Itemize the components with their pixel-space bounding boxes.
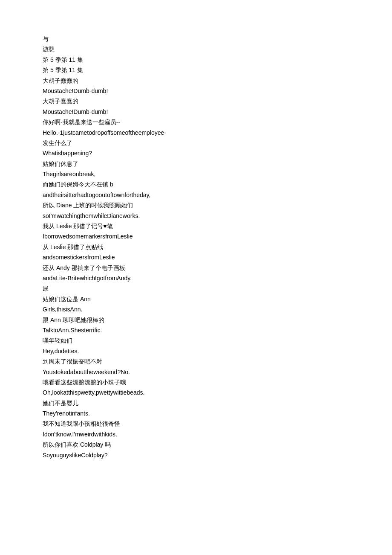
subtitle-line-33: 哦看看这些漂酿漂酿的小珠子哦 [43, 378, 349, 387]
subtitle-line-4: 大胡子蠢蠢的 [43, 76, 349, 85]
subtitle-line-0: 与 [43, 34, 349, 44]
subtitle-line-25: 姑娘们这位是 Ann [43, 294, 349, 304]
subtitle-line-18: 我从 Leslie 那借了记号♥笔 [43, 221, 349, 231]
subtitle-content: 与游憩第 5 季第 11 集第 5 季第 11 集大胡子蠢蠢的Moustache… [43, 34, 349, 460]
subtitle-line-31: 到周末了很振奋吧不对 [43, 357, 349, 366]
subtitle-line-10: 发生什么了 [43, 138, 349, 148]
subtitle-line-22: 还从 Andy 那搞来了个电子画板 [43, 263, 349, 273]
subtitle-line-16: 所以 Diane 上班的时候我照顾她们 [43, 200, 349, 210]
subtitle-line-24: 尿 [43, 284, 349, 293]
subtitle-line-9: Hello.-1justcametodropoffsomeoftheemploy… [43, 128, 349, 137]
subtitle-line-2: 第 5 季第 11 集 [43, 55, 349, 64]
subtitle-line-26: Girls,thisisAnn. [43, 305, 349, 314]
subtitle-line-1: 游憩 [43, 44, 349, 54]
subtitle-line-29: 嘿年轻如们 [43, 336, 349, 345]
subtitle-line-20: 从 Leslie 那借了点贴纸 [43, 242, 349, 252]
subtitle-line-12: 姑娘们休息了 [43, 159, 349, 169]
subtitle-line-5: Moustache!Dumb-dumb! [43, 86, 349, 96]
subtitle-line-34: Oh,lookatthispwetty,pwettywittiebeads. [43, 388, 349, 397]
subtitle-line-30: Hey,dudettes. [43, 346, 349, 356]
subtitle-line-19: IborrowedsomemarkersfromLeslie [43, 232, 349, 241]
subtitle-line-7: Moustache!Dumb-dumb! [43, 107, 349, 116]
subtitle-line-14: 而她们的保姆今天不在镇 b [43, 180, 349, 189]
subtitle-line-23: andaLite-BritewhichIgotfromAndy. [43, 273, 349, 283]
subtitle-line-37: 我不知道我跟小孩相处很奇怪 [43, 419, 349, 428]
subtitle-line-13: Thegirlsareonbreak, [43, 169, 349, 179]
subtitle-line-40: SoyouguyslikeColdplay? [43, 450, 349, 460]
subtitle-line-6: 大胡子蠢蠢的 [43, 96, 349, 106]
subtitle-line-28: TalktoAnn.Shesterrific. [43, 325, 349, 335]
subtitle-line-35: 她们不是婴儿 [43, 398, 349, 408]
subtitle-line-3: 第 5 季第 11 集 [43, 65, 349, 75]
subtitle-line-32: Youstokedabouttheweekend?No. [43, 367, 349, 377]
subtitle-line-11: Whatishappening? [43, 148, 349, 158]
subtitle-line-36: They'renotinfants. [43, 409, 349, 418]
subtitle-line-17: soI'mwatchingthemwhileDianeworks. [43, 211, 349, 221]
subtitle-line-8: 你好啊-我就是来送一些雇员-- [43, 117, 349, 127]
subtitle-line-39: 所以你们喜欢 Coldplay 吗 [43, 440, 349, 449]
subtitle-line-21: andsomestickersfromLeslie [43, 253, 349, 262]
subtitle-line-27: 跟 Ann 聊聊吧她很棒的 [43, 315, 349, 325]
subtitle-line-15: andtheirsitterhadtogooutoftownfortheday, [43, 190, 349, 200]
subtitle-line-38: Idon'tknow.I'mweirdwithkids. [43, 430, 349, 439]
